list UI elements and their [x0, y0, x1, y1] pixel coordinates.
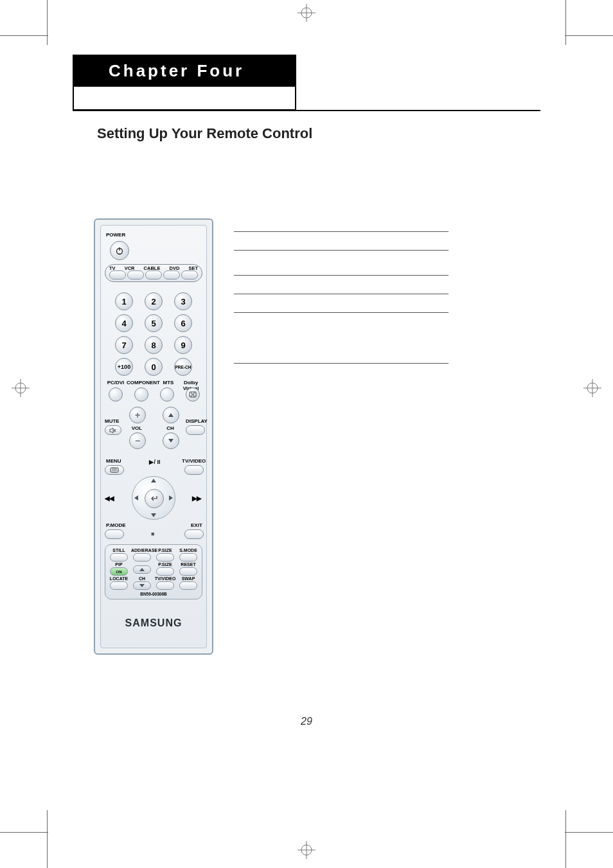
- component-button: [134, 387, 148, 402]
- source-label-mts: MTS: [160, 380, 177, 385]
- locate-label: LOCATE: [110, 576, 128, 581]
- dpad-up-icon: [151, 479, 156, 483]
- swap-label: SWAP: [182, 576, 195, 581]
- mute-label: MUTE: [105, 418, 120, 424]
- chevron-down-icon: [168, 439, 173, 443]
- mode-cable-button: [145, 270, 162, 279]
- tvvideo-label: TV/VIDEO: [182, 458, 206, 464]
- menu-icon: [110, 467, 119, 473]
- ch-down-button: [163, 432, 179, 449]
- pip-ch-label: CH: [139, 576, 145, 581]
- mode-label-set: SET: [188, 265, 198, 271]
- adderase-button: [133, 553, 151, 562]
- remote-inner: POWER TV VCR CABLE DVD SET: [100, 225, 207, 648]
- forward-label: ▶▶: [192, 495, 201, 501]
- svg-rect-14: [190, 392, 196, 397]
- power-button: [110, 241, 129, 260]
- numpad-9-button: 9: [174, 336, 192, 354]
- mode-set-button: [181, 270, 198, 279]
- psize2-label: P.SIZE: [158, 562, 172, 567]
- dpad-down-icon: [151, 513, 156, 517]
- numpad-7-button: 7: [115, 336, 133, 354]
- pcdvi-button: [109, 387, 123, 402]
- pip-ch-up-button: [133, 565, 151, 574]
- tvvideo-button: [184, 465, 204, 475]
- note-line: [234, 266, 449, 276]
- mode-vcr-button: [127, 270, 144, 279]
- svg-rect-17: [111, 468, 118, 472]
- source-label-component: COMPONENT: [127, 380, 159, 385]
- registration-mark-icon: [298, 4, 315, 22]
- dpad-right-icon: [169, 495, 173, 500]
- smode-label: S.MODE: [179, 548, 197, 553]
- mute-button: [105, 425, 121, 435]
- model-number: BN59-00306B: [108, 591, 199, 597]
- note-line: [234, 294, 449, 313]
- registration-mark-icon: [12, 379, 30, 397]
- note-line: [234, 276, 449, 294]
- crop-mark: [47, 810, 48, 868]
- exit-button: [184, 529, 204, 539]
- section-title: Setting Up Your Remote Control: [97, 125, 312, 142]
- numpad-prech-button: PRE-CH: [174, 358, 192, 376]
- mode-label-dvd: DVD: [169, 265, 179, 271]
- crop-mark: [565, 832, 613, 833]
- numpad-plus100-button: +100: [115, 358, 133, 376]
- mode-label-tv: TV: [109, 265, 116, 271]
- note-line: [234, 222, 449, 232]
- brand-label: SAMSUNG: [101, 617, 206, 629]
- still-button: [110, 553, 128, 562]
- ch-up-button: [163, 407, 179, 423]
- pmode-label: P.MODE: [106, 522, 126, 528]
- swap-button: [179, 581, 197, 590]
- mts-button: [160, 387, 174, 402]
- rewind-label: ◀◀: [105, 495, 114, 501]
- pmode-button: [105, 529, 124, 539]
- pip-tvvideo-label: TV/VIDEO: [155, 576, 176, 581]
- psize-label: P.SIZE: [158, 548, 172, 553]
- pip-ch-down-button: [133, 581, 151, 590]
- remote-control-illustration: POWER TV VCR CABLE DVD SET: [94, 218, 213, 655]
- vol-down-button: −: [129, 432, 146, 449]
- registration-mark-icon: [298, 841, 315, 859]
- stop-label: ■: [151, 531, 154, 537]
- crop-mark: [565, 0, 566, 45]
- note-line: [234, 354, 449, 364]
- pip-label: PIP: [115, 562, 122, 567]
- playpause-label: ▶/ II: [142, 459, 168, 465]
- dolby-button: [186, 387, 200, 402]
- registration-mark-icon: [583, 379, 601, 397]
- pip-on-button: ON: [110, 567, 128, 576]
- still-label: STILL: [112, 548, 125, 553]
- vol-up-button: +: [129, 407, 146, 423]
- note-line: [234, 232, 449, 251]
- numpad-6-button: 6: [174, 314, 192, 332]
- menu-label: MENU: [106, 458, 121, 464]
- numpad-0-button: 0: [145, 358, 163, 376]
- psize-button: [156, 553, 174, 562]
- exit-label: EXIT: [191, 522, 202, 528]
- crop-mark: [47, 0, 48, 45]
- display-button: [186, 425, 205, 435]
- psize2-button: [156, 567, 174, 576]
- numpad-5-button: 5: [145, 314, 163, 332]
- crop-mark: [0, 35, 48, 36]
- crop-mark: [565, 810, 566, 868]
- page-number: 29: [0, 716, 613, 727]
- dpad: [132, 476, 175, 520]
- chapter-title: Chapter Four: [73, 55, 296, 87]
- mode-label-cable: CABLE: [144, 265, 161, 271]
- numpad-1-button: 1: [115, 292, 133, 310]
- notes-area: [234, 222, 449, 364]
- ch-label: CH: [164, 425, 177, 431]
- smode-button: [179, 553, 197, 562]
- chapter-subbox: [73, 87, 296, 111]
- dolby-icon: [189, 391, 197, 398]
- chevron-up-icon: [139, 568, 145, 571]
- mute-icon: [109, 427, 117, 434]
- crop-mark: [565, 35, 613, 36]
- numpad-8-button: 8: [145, 336, 163, 354]
- display-label: DISPLAY: [186, 418, 208, 424]
- power-icon: [115, 246, 124, 255]
- numpad-4-button: 4: [115, 314, 133, 332]
